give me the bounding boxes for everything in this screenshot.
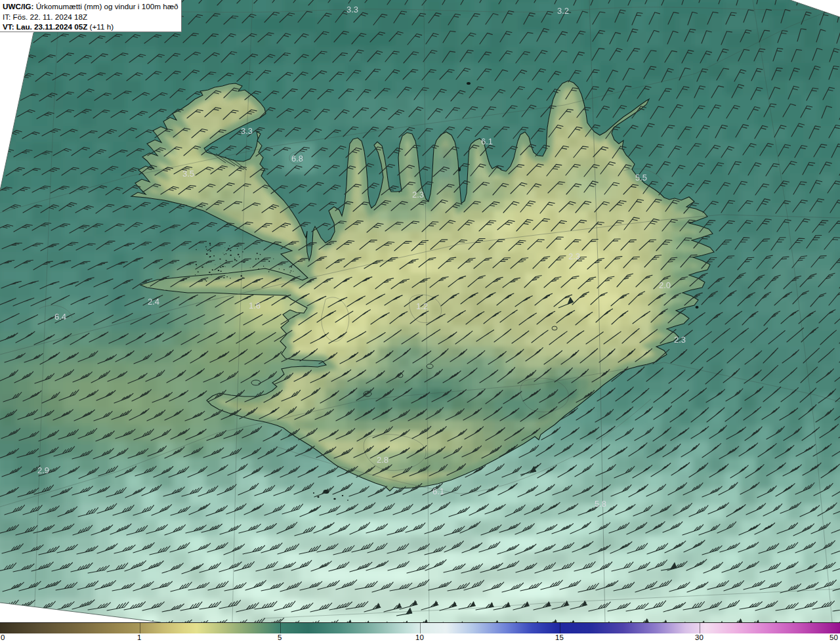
svg-text:6.1: 6.1 bbox=[481, 137, 493, 146]
svg-text:3.2: 3.2 bbox=[557, 6, 569, 16]
svg-text:3.5: 3.5 bbox=[182, 169, 194, 179]
svg-text:3.3: 3.3 bbox=[346, 5, 358, 14]
svg-text:2.3: 2.3 bbox=[568, 251, 580, 261]
svg-text:5.5: 5.5 bbox=[635, 173, 647, 182]
svg-text:2.9: 2.9 bbox=[37, 465, 49, 475]
svg-text:6.8: 6.8 bbox=[291, 154, 303, 163]
svg-text:2.0: 2.0 bbox=[659, 280, 671, 290]
svg-text:3.3: 3.3 bbox=[241, 126, 253, 136]
svg-text:1.6: 1.6 bbox=[249, 301, 261, 310]
svg-text:2.3: 2.3 bbox=[412, 190, 424, 200]
svg-text:6.1: 6.1 bbox=[432, 486, 444, 496]
svg-text:2.8: 2.8 bbox=[377, 455, 388, 465]
svg-text:2.4: 2.4 bbox=[148, 297, 159, 307]
svg-text:1.2: 1.2 bbox=[416, 301, 428, 311]
svg-text:5.8: 5.8 bbox=[595, 499, 606, 509]
svg-text:2.3: 2.3 bbox=[674, 335, 686, 345]
svg-text:6.4: 6.4 bbox=[54, 312, 66, 322]
